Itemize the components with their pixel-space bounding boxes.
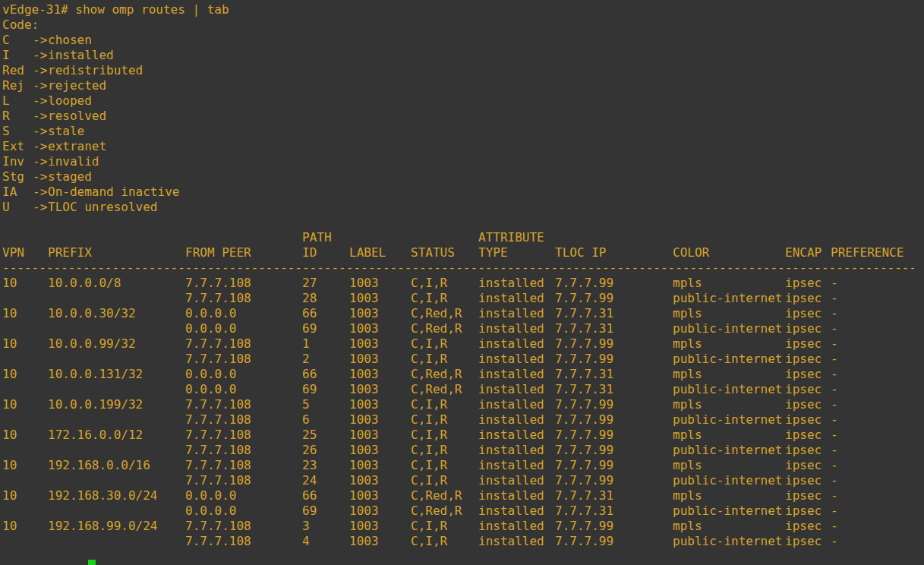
table-row: 7.7.7.108241003C,I,Rinstalled7.7.7.99pub… [2,473,924,488]
cell-encap: ipsec [785,336,822,352]
cell-prefix: 172.16.0.0/12 [48,428,143,443]
cell-prefix: 10.0.0.99/32 [48,336,136,352]
header-tloc-ip: TLOC IP [555,245,606,260]
table-row: 10192.168.30.0/240.0.0.0661003C,Red,Rins… [2,488,924,503]
cell-tloc-ip: 7.7.7.99 [555,534,613,549]
cell-from-peer: 7.7.7.108 [185,336,251,352]
cell-label: 1003 [349,352,379,367]
legend-arrow: -> [33,48,47,63]
command-line: vEdge-31#show omp routes | tab [2,2,924,17]
cell-label: 1003 [349,473,379,488]
cell-prefix: 192.168.0.0/16 [48,458,150,473]
cell-color: public-internet [673,321,783,336]
table-row: 10172.16.0.0/127.7.7.108251003C,I,Rinsta… [2,428,924,443]
table-row: 1010.0.0.131/320.0.0.0661003C,Red,Rinsta… [2,367,924,382]
cell-path-id: 27 [302,276,317,291]
cell-from-peer: 7.7.7.108 [185,534,251,549]
header-attribute-type: TYPE [478,245,508,260]
cell-status: C,Red,R [411,488,462,503]
table-row: 7.7.7.108261003C,I,Rinstalled7.7.7.99pub… [2,443,924,458]
cell-status: C,I,R [411,336,447,352]
cell-from-peer: 7.7.7.108 [185,412,251,428]
cell-vpn: 10 [2,397,17,412]
legend-arrow: -> [33,139,47,154]
cell-color: public-internet [673,412,783,428]
table-row: 7.7.7.10861003C,I,Rinstalled7.7.7.99publ… [2,412,924,428]
cell-attribute-type: installed [478,336,544,352]
table-row: 10192.168.0.0/167.7.7.108231003C,I,Rinst… [2,458,924,473]
legend-code: Rej [2,78,24,93]
cell-label: 1003 [349,503,379,519]
table-row: 0.0.0.0691003C,Red,Rinstalled7.7.7.31pub… [2,503,924,519]
cell-attribute-type: installed [478,382,544,397]
cell-preference: - [831,352,838,367]
cell-status: C,I,R [411,397,447,412]
cell-attribute-type: installed [478,519,544,534]
cell-path-id: 25 [302,428,317,443]
legend-code: U [2,200,10,215]
header-label: LABEL [349,245,386,260]
cell-path-id: 4 [302,534,310,549]
cell-status: C,Red,R [411,367,462,382]
legend-entry: R->resolved [2,109,924,124]
cell-encap: ipsec [785,473,822,488]
cell-tloc-ip: 7.7.7.31 [555,367,613,382]
header-prefix: PREFIX [48,245,92,260]
cell-status: C,I,R [411,443,447,458]
legend-meaning: rejected [48,78,106,93]
cell-attribute-type: installed [478,352,544,367]
legend-arrow: -> [33,63,47,78]
cell-tloc-ip: 7.7.7.99 [555,428,613,443]
legend-entry: Red->redistributed [2,63,924,78]
cell-from-peer: 7.7.7.108 [185,397,251,412]
cell-attribute-type: installed [478,412,544,428]
legend-entry: U->TLOC unresolved [2,200,924,215]
cell-vpn: 10 [2,458,17,473]
legend-code: R [2,109,10,124]
cell-tloc-ip: 7.7.7.99 [555,397,613,412]
cell-status: C,Red,R [411,321,462,336]
table-header-row: VPNPREFIXFROM PEERIDLABELSTATUSTYPETLOC … [2,245,924,260]
cell-from-peer: 7.7.7.108 [185,291,251,306]
cell-attribute-type: installed [478,276,544,291]
terminal-window[interactable]: vEdge-31#show omp routes | tab Code: C->… [0,0,924,565]
cell-preference: - [831,336,838,352]
cell-from-peer: 0.0.0.0 [185,367,236,382]
cell-from-peer: 7.7.7.108 [185,428,251,443]
legend-arrow: -> [33,93,47,109]
legend-code: S [2,124,10,139]
cell-tloc-ip: 7.7.7.99 [555,291,613,306]
cell-status: C,Red,R [411,382,462,397]
cell-preference: - [831,367,838,382]
cell-label: 1003 [349,412,379,428]
legend-code: L [2,93,10,109]
cell-status: C,Red,R [411,503,462,519]
cell-label: 1003 [349,306,379,321]
cell-prefix: 10.0.0.0/8 [48,276,121,291]
cell-path-id: 69 [302,382,317,397]
cell-tloc-ip: 7.7.7.31 [555,503,613,519]
cell-tloc-ip: 7.7.7.99 [555,443,613,458]
cell-encap: ipsec [785,488,822,503]
terminal-cursor [88,560,96,565]
cell-from-peer: 0.0.0.0 [185,503,236,519]
cell-path-id: 3 [302,519,310,534]
cell-encap: ipsec [785,534,822,549]
table-row: 10192.168.99.0/247.7.7.10831003C,I,Rinst… [2,519,924,534]
table-row: 0.0.0.0691003C,Red,Rinstalled7.7.7.31pub… [2,321,924,336]
table-row: 1010.0.0.99/327.7.7.10811003C,I,Rinstall… [2,336,924,352]
cell-tloc-ip: 7.7.7.31 [555,321,613,336]
cell-status: C,I,R [411,412,447,428]
cell-status: C,I,R [411,276,447,291]
cell-path-id: 2 [302,352,310,367]
legend-meaning: extranet [48,139,106,154]
cell-color: mpls [673,519,702,534]
cell-preference: - [831,291,838,306]
cell-prefix: 10.0.0.131/32 [48,367,143,382]
legend-meaning: looped [48,93,92,109]
cell-status: C,I,R [411,458,447,473]
cell-prefix: 192.168.30.0/24 [48,488,158,503]
cell-path-id: 5 [302,397,310,412]
legend-arrow: -> [33,169,47,185]
cell-status: C,I,R [411,428,447,443]
